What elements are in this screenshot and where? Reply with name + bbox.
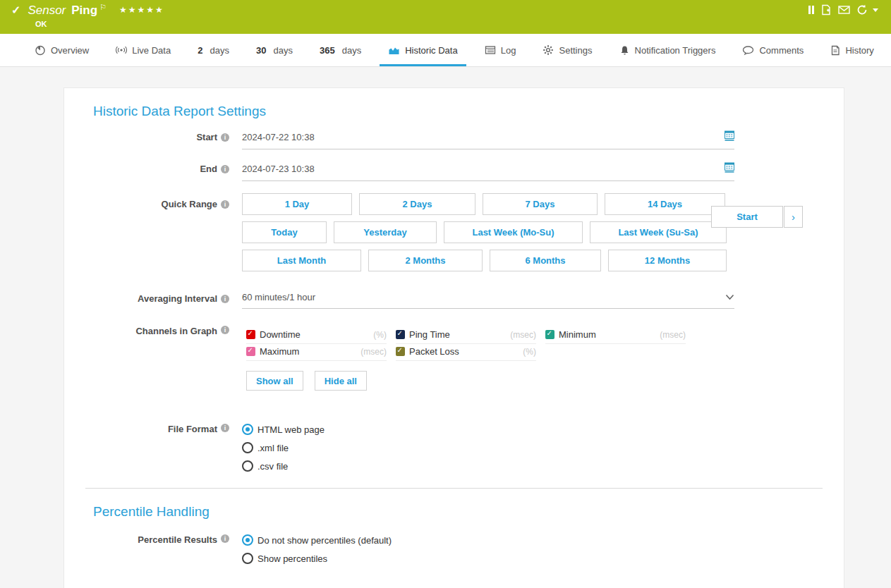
info-icon[interactable]: i — [221, 534, 229, 543]
sensor-status-badge: OK — [35, 20, 47, 28]
tab-365-days[interactable]: 365 days — [317, 34, 364, 66]
refresh-icon[interactable] — [856, 4, 868, 16]
tab-label: Overview — [51, 45, 89, 56]
flag-icon[interactable]: ⚐ — [99, 3, 107, 12]
show-all-button[interactable]: Show all — [246, 371, 303, 391]
info-icon[interactable]: i — [221, 295, 229, 303]
mail-icon[interactable] — [838, 5, 850, 15]
channel-packet-loss[interactable]: Packet Loss (%) — [396, 346, 536, 361]
quick-range-14-days[interactable]: 14 Days — [605, 193, 725, 215]
chevron-down-icon — [725, 292, 734, 302]
radio-unselected[interactable] — [242, 442, 253, 453]
checkbox-checked[interactable] — [246, 330, 255, 339]
quick-range-2-months[interactable]: 2 Months — [368, 250, 483, 271]
quick-range-row: Quick Range i 1 Day 2 Days 7 Days 14 Day… — [93, 193, 844, 271]
radio-label: .csv file — [257, 461, 288, 472]
pause-icon[interactable] — [808, 6, 814, 14]
channel-ping-time[interactable]: Ping Time (msec) — [396, 329, 536, 344]
checkbox-checked[interactable] — [396, 330, 405, 339]
info-icon[interactable]: i — [221, 326, 229, 334]
channel-label: Minimum — [559, 329, 596, 340]
tab-30-days[interactable]: 30 days — [253, 34, 296, 66]
report-icon[interactable] — [820, 4, 832, 16]
quick-range-label: Quick Range — [162, 199, 217, 209]
percentile-off-option[interactable]: Do not show percentiles (default) — [242, 531, 734, 549]
tab-notification-triggers[interactable]: Notification Triggers — [617, 34, 719, 66]
radio-label: .xml file — [257, 443, 289, 453]
quick-range-12-months[interactable]: 12 Months — [608, 250, 727, 271]
hide-all-button[interactable]: Hide all — [315, 371, 367, 391]
checkbox-checked[interactable] — [545, 330, 554, 339]
tab-label: days — [210, 45, 229, 56]
status-check-icon: ✓ — [11, 4, 20, 17]
file-format-row: File Format i HTML web page .xml file .c… — [93, 420, 844, 475]
channel-maximum[interactable]: Maximum (msec) — [246, 346, 387, 361]
quick-range-last-week-su-sa[interactable]: Last Week (Su-Sa) — [590, 221, 727, 243]
info-icon[interactable]: i — [221, 424, 229, 432]
quick-range-1-day[interactable]: 1 Day — [242, 193, 352, 215]
tab-label: Settings — [559, 45, 592, 56]
channel-label: Maximum — [260, 346, 299, 357]
end-date-input[interactable]: 2024-07-23 10:38 — [242, 162, 734, 181]
gear-icon — [543, 44, 554, 56]
checkbox-checked[interactable] — [396, 347, 405, 356]
priority-stars[interactable]: ★★★★★ — [119, 5, 164, 15]
quick-range-2-days[interactable]: 2 Days — [359, 193, 475, 215]
info-icon[interactable]: i — [221, 165, 229, 173]
tab-label: days — [273, 45, 292, 56]
averaging-interval-value: 60 minutes/1 hour — [242, 292, 315, 302]
tab-history[interactable]: History — [828, 34, 876, 66]
start-label: Start — [196, 132, 217, 142]
quick-range-today[interactable]: Today — [242, 221, 327, 243]
gauge-icon — [35, 44, 46, 56]
comment-icon — [742, 45, 754, 56]
tab-label: History — [845, 45, 873, 56]
quick-range-6-months[interactable]: 6 Months — [490, 250, 601, 271]
chart-icon — [388, 45, 400, 56]
tab-comments[interactable]: Comments — [739, 34, 806, 66]
quick-range-last-month[interactable]: Last Month — [242, 250, 361, 271]
start-date-value: 2024-07-22 10:38 — [242, 132, 315, 142]
tab-log[interactable]: Log — [482, 34, 519, 66]
tab-2-days[interactable]: 2 days — [195, 34, 232, 66]
channel-unit: (msec) — [660, 330, 686, 340]
history-icon — [830, 45, 840, 56]
quick-range-7-days[interactable]: 7 Days — [483, 193, 598, 215]
caret-down-icon[interactable] — [873, 8, 878, 12]
channel-unit: (%) — [523, 347, 536, 357]
radio-unselected[interactable] — [242, 460, 253, 472]
percentile-on-option[interactable]: Show percentiles — [242, 549, 734, 568]
quick-range-last-week-mo-su[interactable]: Last Week (Mo-Su) — [444, 221, 583, 243]
tab-overview[interactable]: Overview — [32, 34, 92, 66]
file-format-xml-option[interactable]: .xml file — [242, 439, 734, 457]
file-format-csv-option[interactable]: .csv file — [242, 457, 734, 475]
info-icon[interactable]: i — [221, 200, 229, 209]
file-format-html-option[interactable]: HTML web page — [242, 420, 734, 439]
tab-settings[interactable]: Settings — [540, 34, 595, 66]
info-icon[interactable]: i — [221, 133, 229, 142]
tab-live-data[interactable]: Live Data — [113, 34, 174, 66]
tab-label: Historic Data — [405, 45, 457, 56]
start-report-button[interactable]: Start — [711, 206, 783, 228]
radio-selected[interactable] — [242, 424, 253, 435]
calendar-icon[interactable] — [725, 162, 734, 175]
radio-unselected[interactable] — [242, 553, 253, 564]
checkbox-checked[interactable] — [246, 347, 255, 356]
channel-downtime[interactable]: Downtime (%) — [246, 329, 387, 344]
tab-bar: Overview Live Data 2 days 30 days 365 da… — [0, 34, 891, 67]
channel-unit: (msec) — [510, 330, 536, 340]
averaging-interval-select[interactable]: 60 minutes/1 hour — [242, 292, 734, 309]
tab-number: 2 — [198, 45, 202, 56]
percentile-results-row: Percentile Results i Do not show percent… — [93, 531, 844, 568]
quick-range-yesterday[interactable]: Yesterday — [334, 221, 437, 243]
channel-minimum[interactable]: Minimum (msec) — [545, 329, 686, 344]
calendar-icon[interactable] — [725, 130, 734, 143]
channels-row: Channels in Graph i Downtime (%) Ping Ti… — [93, 323, 844, 391]
tab-historic-data[interactable]: Historic Data — [385, 34, 460, 66]
sensor-name: Ping — [71, 4, 97, 18]
chevron-right-icon[interactable]: › — [784, 206, 803, 228]
file-format-label: File Format — [168, 424, 217, 434]
radio-selected[interactable] — [242, 534, 253, 546]
percentile-handling-title: Percentile Handling — [93, 504, 844, 520]
start-date-input[interactable]: 2024-07-22 10:38 — [242, 130, 734, 149]
